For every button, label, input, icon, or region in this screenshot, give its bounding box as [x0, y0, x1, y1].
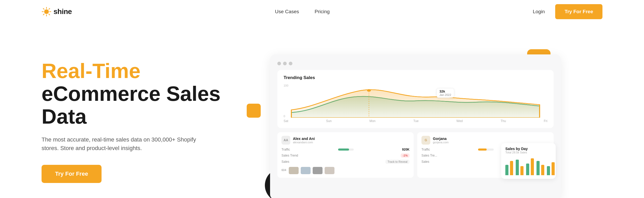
sales-label-2: Sales — [421, 160, 429, 164]
bar-col-5b — [552, 162, 555, 175]
bar-orange-3 — [531, 158, 534, 175]
traffic-bar-1 — [338, 148, 354, 151]
svg-line-7 — [49, 9, 50, 10]
accent-square-mid-left — [247, 104, 261, 118]
navbar: shine Use Cases Pricing Login Try For Fr… — [0, 0, 644, 23]
nav-links: Use Cases Pricing — [275, 9, 330, 15]
bar-green-3 — [526, 164, 529, 175]
svg-point-0 — [44, 9, 49, 14]
store-logo-1: AA — [281, 136, 290, 145]
bar-col-2b — [520, 166, 524, 175]
store-logo-2: G — [421, 136, 430, 145]
y-label-0: 0 — [284, 115, 288, 118]
metric-sales-1: Sales Track to Reveal — [281, 160, 410, 164]
x-tue: Tue — [413, 119, 419, 123]
chart-y-labels: 100 0 — [284, 84, 288, 118]
nav-use-cases[interactable]: Use Cases — [275, 9, 299, 15]
traffic-bar-fill-2 — [478, 148, 487, 151]
bar-orange-5 — [552, 162, 555, 175]
svg-line-6 — [49, 14, 50, 15]
window-dots — [277, 62, 554, 65]
thumb-1d — [325, 167, 334, 174]
metric-traffic-1: Traffic 920K — [281, 148, 410, 151]
chart-svg — [284, 84, 547, 118]
nav-right: Login Try For Free — [533, 4, 602, 19]
store-info-1: Alex and Ani alexandani.com — [293, 137, 315, 144]
bar-chart-row — [505, 157, 552, 175]
store-header-1: AA Alex and Ani alexandani.com — [281, 136, 410, 145]
hero-section: Trending Sales Real-Time eCommerce Sales… — [0, 23, 644, 198]
dot-3 — [289, 62, 292, 65]
trend-label-2: Sales Tre... — [421, 154, 437, 157]
bar-col-4 — [536, 161, 540, 175]
thumb-1b — [301, 167, 311, 174]
sales-by-day-card: Sales by Day Total 28.5k Sales — [501, 143, 556, 179]
bar-orange-1 — [510, 161, 513, 175]
bar-col-3 — [526, 164, 529, 175]
x-sat: Sat — [284, 119, 288, 123]
bar-col-4b — [541, 165, 544, 175]
bar-green-2 — [516, 160, 519, 175]
thumbs-row-1 — [289, 167, 334, 174]
bar-col-2 — [516, 160, 519, 175]
trending-title: Trending Sales — [284, 75, 547, 80]
svg-line-8 — [43, 14, 44, 15]
chart-peak-date: Jan 2022 — [439, 93, 451, 96]
chart-peak-value: 32k — [439, 89, 445, 93]
sales-value-1: Track to Reveal — [385, 160, 410, 164]
x-thu: Thu — [501, 119, 506, 123]
store-name-2: Gorjana — [433, 137, 449, 141]
nav-pricing[interactable]: Pricing — [315, 9, 330, 15]
logo[interactable]: shine — [42, 7, 72, 17]
bar-green-1 — [505, 165, 508, 175]
hero-left: Trending Sales Real-Time eCommerce Sales… — [42, 39, 239, 183]
x-sun: Sun — [326, 119, 332, 123]
thumb-label-1: 604 — [281, 168, 286, 172]
thumb-1c — [313, 167, 323, 174]
bar-col-3b — [531, 158, 534, 175]
dot-1 — [277, 62, 281, 65]
bar-col-5 — [547, 166, 550, 175]
traffic-label-2: Traffic — [421, 148, 430, 151]
store-url-2: gorjana.com — [433, 141, 449, 144]
nav-try-free-button[interactable]: Try For Free — [555, 4, 602, 19]
y-label-100: 100 — [284, 84, 288, 87]
hero-title-real-time: Real-Time — [42, 59, 140, 82]
x-mon: Mon — [370, 119, 375, 123]
traffic-label-1: Traffic — [281, 148, 290, 151]
metric-trend-1: Sales Trend -1% — [281, 153, 410, 158]
traffic-bar-2 — [478, 148, 494, 151]
chart-x-axis: Sat Sun Mon Tue Wed Thu Fri — [284, 119, 547, 123]
hero-title: Trending Sales Real-Time eCommerce Sales… — [42, 60, 239, 128]
logo-text: shine — [53, 8, 72, 16]
bar-green-5 — [547, 166, 550, 175]
store-info-2: Gorjana gorjana.com — [433, 137, 449, 144]
thumb-1a — [289, 167, 299, 174]
bar-col-1 — [505, 165, 508, 175]
bar-orange-2 — [520, 166, 524, 175]
login-link[interactable]: Login — [533, 9, 545, 15]
hero-right: Trending Sales 100 0 — [239, 39, 602, 198]
dot-2 — [283, 62, 287, 65]
store-card-alex-ani: AA Alex and Ani alexandani.com Traffic 9… — [277, 132, 414, 178]
x-fri: Fri — [544, 119, 547, 123]
sales-day-title: Sales by Day — [505, 147, 552, 151]
chart-area: 100 0 — [284, 84, 547, 118]
hero-try-free-button[interactable]: Try For Free — [42, 165, 102, 183]
hero-subtitle: The most accurate, real-time sales data … — [42, 135, 197, 152]
sales-label-1: Sales — [281, 160, 289, 164]
traffic-bar-fill-1 — [338, 148, 349, 151]
store-name-1: Alex and Ani — [293, 137, 315, 141]
trend-badge-1: -1% — [401, 153, 410, 158]
trending-section: Trending Sales 100 0 — [277, 70, 554, 128]
sales-day-sub: Total 28.5k Sales — [505, 151, 552, 154]
bar-orange-4 — [541, 165, 544, 175]
logo-sun-icon — [42, 7, 51, 17]
chart-peak-label: 32k Jan 2022 — [437, 88, 454, 98]
bar-col-1b — [510, 161, 513, 175]
trend-label-1: Sales Trend — [281, 154, 298, 157]
store-url-1: alexandani.com — [293, 141, 315, 144]
traffic-value-1: 920K — [402, 148, 410, 151]
dashboard-card: Trending Sales 100 0 — [270, 54, 561, 198]
hero-title-main: eCommerce Sales Data — [42, 82, 220, 128]
